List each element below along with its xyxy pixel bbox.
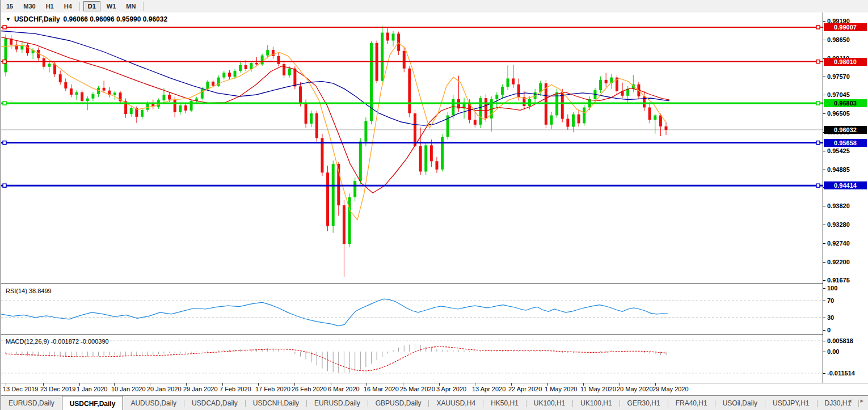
main-price-chart[interactable] [1, 12, 823, 283]
date-tick-label: 7 Feb 2020 [220, 386, 251, 392]
macd-tick-label: -0.011514 [827, 370, 855, 377]
chart-tab-usdchf-daily[interactable]: USDCHF,Daily [62, 396, 124, 410]
chart-tab-usdcnh-daily[interactable]: USDCNH,Daily [246, 396, 306, 410]
macd-tick-label: 0.00 [827, 348, 839, 355]
timeframe-button-h1[interactable]: H1 [42, 2, 58, 11]
chart-tab-usdcad-daily[interactable]: USDCAD,Daily [184, 396, 245, 410]
ma-slow-line [1, 31, 669, 126]
price-tick-label: 0.98650 [827, 36, 850, 43]
date-tick-label: 26 Feb 2020 [292, 386, 327, 392]
toolbar-separator [143, 2, 144, 11]
chart-tab-eurusd-daily[interactable]: EURUSD,Daily [1, 396, 62, 410]
date-tick-label: 22 Apr 2020 [508, 386, 542, 392]
axis-tick-mark [823, 151, 825, 151]
price-tick-label: 0.96505 [827, 110, 850, 117]
timeframe-button-d1[interactable]: D1 [83, 1, 100, 11]
chart-tab-fra40-h1[interactable]: FRA40,H1 [668, 396, 715, 410]
price-axis[interactable]: 0.991900.986500.981100.975700.970450.965… [823, 12, 868, 383]
date-tick-label: 1 Jan 2020 [77, 386, 107, 392]
date-tick-label: 11 May 2020 [580, 386, 616, 392]
hline-price-badge: 0.94414 [824, 181, 867, 189]
axis-tick-mark [823, 21, 825, 22]
chart-ohlc-values: 0.96066 0.96096 0.95990 0.96032 [64, 15, 168, 23]
hline-price-badge: 0.96803 [824, 99, 867, 107]
date-tick-label: 3 Apr 2020 [436, 386, 466, 392]
tab-scroll-left-icon[interactable]: ◂ [848, 397, 852, 404]
price-tick-label: 0.92200 [827, 259, 850, 265]
axis-tick-mark [823, 288, 825, 289]
chart-tab-gbpusd-daily[interactable]: GBPUSD,Daily [368, 396, 429, 410]
date-tick-label: 6 Mar 2020 [328, 386, 360, 392]
date-tick-label: 20 May 2020 [617, 386, 653, 392]
tab-scroll-arrows: ◂ ▸ [848, 397, 863, 404]
macd-label: MACD(12,26,9) -0.001872 -0.000390 [6, 338, 109, 345]
timeframe-button-15[interactable]: 15 [2, 2, 17, 11]
chart-tab-usoil-daily[interactable]: USOil,Daily [715, 396, 765, 410]
rsi-tick-label: 30 [827, 314, 834, 321]
axis-tick-mark [823, 243, 825, 244]
tab-scroll-right-icon[interactable]: ▸ [860, 397, 863, 404]
axis-tick-mark [823, 341, 825, 341]
axis-tick-mark [823, 352, 825, 352]
timeframe-button-mn[interactable]: MN [122, 2, 140, 11]
hline-price-badge: 0.99007 [824, 23, 867, 31]
chart-title: ▼ USDCHF,Daily 0.96066 0.96096 0.95990 0… [6, 15, 167, 23]
date-tick-label: 1 May 2020 [545, 386, 577, 392]
timeframe-button-h4[interactable]: H4 [60, 2, 76, 11]
ma-medium-line [1, 37, 669, 193]
axis-tick-mark [823, 262, 825, 263]
axis-tick-mark [823, 373, 825, 374]
chart-tab-eurusd-daily[interactable]: EURUSD,Daily [307, 396, 368, 410]
date-tick-label: 23 Dec 2019 [40, 386, 75, 392]
axis-tick-mark [823, 206, 825, 206]
macd-tick-label: 0.005818 [827, 337, 853, 344]
chart-tab-xauusd-h4[interactable]: XAUUSD,H4 [429, 396, 483, 410]
price-tick-label: 0.97045 [827, 91, 850, 98]
chart-tab-uk100-h1[interactable]: UK100,H1 [526, 396, 572, 410]
axis-tick-mark [823, 318, 825, 318]
macd-indicator-pane[interactable] [1, 335, 823, 383]
price-tick-label: 0.95425 [827, 147, 850, 154]
timeframe-toolbar: 15M30H1H4D1W1MN [1, 0, 868, 13]
chart-tab-bar: EURUSD,DailyUSDCHF,DailyAUDUSD,DailyUSDC… [1, 395, 868, 410]
chart-tab-usdjpy-h1[interactable]: USDJPY,H1 [765, 396, 816, 410]
date-tick-label: 16 Mar 2020 [364, 386, 399, 392]
date-tick-label: 29 May 2020 [652, 386, 689, 392]
current-price-badge: 0.96032 [824, 126, 867, 134]
chart-tab-hk50-h1[interactable]: HK50,H1 [483, 396, 526, 410]
trading-terminal-window: 15M30H1H4D1W1MN ▼ USDCHF,Daily 0.96066 0… [0, 0, 868, 410]
date-tick-label: 29 Jan 2020 [183, 386, 218, 392]
hline-price-badge: 0.98010 [824, 58, 867, 66]
symbol-dropdown-icon[interactable]: ▼ [6, 16, 11, 22]
date-tick-label: 25 Mar 2020 [400, 386, 435, 392]
rsi-tick-label: 70 [827, 297, 834, 304]
axis-tick-mark [823, 95, 825, 95]
axis-tick-mark [823, 170, 825, 170]
price-tick-label: 0.91675 [827, 277, 850, 284]
axis-tick-mark [823, 280, 825, 281]
chart-tab-uk100-h1[interactable]: UK100,H1 [573, 396, 619, 410]
rsi-tick-label: 0 [827, 327, 831, 333]
axis-tick-mark [823, 330, 825, 331]
date-tick-label: 13 Apr 2020 [472, 386, 505, 392]
price-tick-label: 0.94885 [827, 166, 850, 173]
hline-price-badge: 0.95658 [824, 139, 867, 147]
date-tick-label: 10 Jan 2020 [111, 386, 146, 392]
rsi-tick-label: 100 [827, 285, 837, 291]
axis-tick-mark [823, 225, 825, 225]
toolbar-separator [79, 2, 80, 11]
axis-tick-mark [823, 40, 825, 40]
price-tick-label: 0.93820 [827, 202, 850, 209]
timeframe-button-w1[interactable]: W1 [103, 2, 120, 11]
axis-tick-mark [823, 301, 825, 301]
timeframe-button-m30[interactable]: M30 [19, 2, 39, 11]
price-tick-label: 0.92740 [827, 240, 850, 247]
axis-tick-mark [823, 77, 825, 77]
price-tick-label: 0.97570 [827, 73, 850, 80]
date-axis[interactable]: 13 Dec 201923 Dec 20191 Jan 202010 Jan 2… [1, 383, 823, 395]
chart-symbol-label: USDCHF,Daily [14, 15, 60, 23]
axis-tick-mark [823, 113, 825, 114]
chart-tab-ger30-h1[interactable]: GER30,H1 [620, 396, 668, 410]
chart-tab-audusd-daily[interactable]: AUDUSD,Daily [123, 396, 184, 410]
rsi-indicator-pane[interactable] [1, 284, 823, 334]
